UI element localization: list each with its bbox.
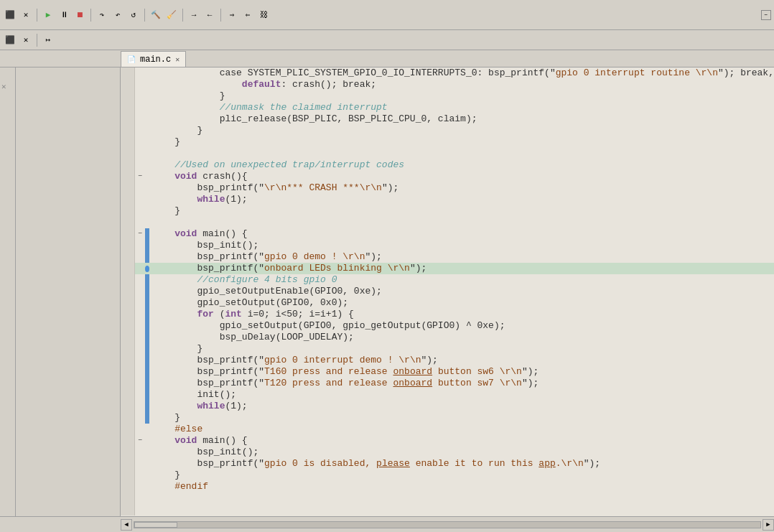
fold-indicator[interactable] — [135, 113, 145, 125]
code-content: while(1); — [149, 401, 774, 412]
fold-indicator[interactable] — [135, 389, 145, 401]
fold-indicator[interactable] — [135, 125, 145, 136]
toolbar-btn-1[interactable]: ⬛ — [3, 8, 17, 22]
toolbar-btn-pause[interactable]: ⏸ — [57, 8, 71, 22]
code-content: default: crash(); break; — [149, 79, 774, 90]
fold-indicator[interactable] — [135, 286, 145, 297]
line-number-gutter — [121, 504, 135, 515]
toolbar-btn-clean[interactable]: 🧹 — [164, 8, 179, 22]
line-number-gutter — [121, 102, 135, 113]
toolbar-btn-2[interactable]: ✕ — [19, 8, 33, 22]
code-line: } — [121, 470, 774, 481]
code-line: − void main() { — [121, 435, 774, 447]
fold-indicator[interactable] — [135, 378, 145, 389]
code-line — [121, 493, 774, 504]
fold-indicator[interactable] — [135, 412, 145, 424]
fold-indicator[interactable] — [135, 458, 145, 470]
fold-indicator[interactable]: − — [135, 228, 145, 240]
code-content: //Used on unexpected trap/interrupt code… — [149, 159, 774, 171]
fold-indicator[interactable] — [135, 79, 145, 90]
code-line: //unmask the claimed interrupt — [121, 102, 774, 113]
code-line — [121, 217, 774, 228]
fold-indicator[interactable] — [135, 102, 145, 113]
fold-indicator[interactable]: − — [135, 171, 145, 182]
scroll-thumb[interactable] — [134, 522, 177, 528]
toolbar-btn-jump-back[interactable]: ⇐ — [241, 8, 255, 22]
fold-indicator[interactable] — [135, 297, 145, 309]
toolbar-btn-link[interactable]: ⛓ — [256, 8, 271, 22]
fold-indicator[interactable] — [135, 343, 145, 355]
left-icon-2: ✕ — [1, 82, 14, 93]
fold-indicator[interactable] — [135, 194, 145, 205]
code-line: while(1); — [121, 194, 774, 205]
line-number-gutter — [121, 171, 135, 182]
code-content — [149, 217, 774, 228]
code-line: gpio_setOutput(GPIO0, 0x0); — [121, 297, 774, 309]
fold-indicator[interactable] — [135, 481, 145, 493]
scroll-track[interactable] — [134, 521, 761, 528]
toolbar-btn-step-in[interactable]: ↷ — [95, 8, 109, 22]
fold-indicator[interactable] — [135, 159, 145, 171]
fold-indicator[interactable] — [135, 447, 145, 458]
fold-indicator[interactable] — [135, 401, 145, 412]
code-line: } — [121, 412, 774, 424]
code-line: init(); — [121, 389, 774, 401]
fold-indicator[interactable] — [135, 274, 145, 286]
fold-indicator[interactable] — [135, 148, 145, 159]
line-number-gutter — [121, 182, 135, 194]
toolbar-btn-build[interactable]: 🔨 — [149, 8, 163, 22]
fold-indicator[interactable]: − — [135, 435, 145, 447]
toolbar-btn-prev[interactable]: ← — [202, 8, 217, 22]
toolbar-btn-stop[interactable]: ⏹ — [73, 8, 87, 22]
line-number-gutter — [121, 79, 135, 90]
line-number-gutter — [121, 217, 135, 228]
code-content: void main() { — [149, 228, 774, 240]
toolbar-btn-run[interactable]: ▶ — [41, 8, 55, 22]
line-number-gutter — [121, 366, 135, 378]
code-content: gpio_setOutput(GPIO0, gpio_getOutput(GPI… — [149, 320, 774, 332]
bottom-scrollbar[interactable]: ◀ ▶ — [0, 516, 774, 532]
code-content: } — [149, 90, 774, 102]
fold-indicator[interactable] — [135, 217, 145, 228]
toolbar-btn-step-return[interactable]: ↺ — [126, 8, 141, 22]
fold-indicator[interactable] — [135, 263, 145, 274]
fold-indicator[interactable] — [135, 90, 145, 102]
fold-indicator[interactable] — [135, 205, 145, 217]
code-area[interactable]: case SYSTEM_PLIC_SYSTEM_GPIO_0_IO_INTERR… — [121, 67, 774, 516]
scroll-left-btn[interactable]: ◀ — [121, 519, 132, 531]
fold-indicator[interactable] — [135, 320, 145, 332]
minimize-button[interactable]: − — [761, 10, 771, 20]
line-number-gutter — [121, 309, 135, 320]
code-line: #endif — [121, 481, 774, 493]
code-content: gpio_setOutput(GPIO0, 0x0); — [149, 297, 774, 309]
scroll-right-btn[interactable]: ▶ — [763, 519, 774, 531]
fold-indicator[interactable] — [135, 470, 145, 481]
fold-indicator[interactable] — [135, 493, 145, 504]
tab-main-c[interactable]: 📄 main.c ✕ — [121, 51, 186, 67]
toolbar2-btn-1[interactable]: ⬛ — [3, 33, 17, 47]
fold-indicator[interactable] — [135, 251, 145, 263]
fold-indicator[interactable] — [135, 332, 145, 343]
fold-indicator[interactable] — [135, 67, 145, 79]
code-line: − void crash(){ — [121, 171, 774, 182]
tab-close-btn[interactable]: ✕ — [175, 55, 179, 64]
code-content: void main() { — [149, 435, 774, 447]
line-number-gutter — [121, 435, 135, 447]
fold-indicator[interactable] — [135, 424, 145, 435]
fold-indicator[interactable] — [135, 240, 145, 251]
toolbar-btn-next[interactable]: → — [187, 8, 201, 22]
code-content: void crash(){ — [149, 171, 774, 182]
fold-indicator[interactable] — [135, 182, 145, 194]
toolbar2-btn-3[interactable]: ↦ — [41, 33, 55, 47]
fold-indicator[interactable] — [135, 136, 145, 148]
code-line: while(1); — [121, 401, 774, 412]
fold-indicator[interactable] — [135, 366, 145, 378]
toolbar2-btn-2[interactable]: ✕ — [19, 33, 33, 47]
toolbar-btn-jump-fwd[interactable]: ⇒ — [225, 8, 239, 22]
fold-indicator[interactable] — [135, 355, 145, 366]
code-content: } — [149, 412, 774, 424]
toolbar-btn-step-over[interactable]: ↶ — [111, 8, 125, 22]
code-line: gpio_setOutput(GPIO0, gpio_getOutput(GPI… — [121, 320, 774, 332]
fold-indicator[interactable] — [135, 504, 145, 515]
fold-indicator[interactable] — [135, 309, 145, 320]
